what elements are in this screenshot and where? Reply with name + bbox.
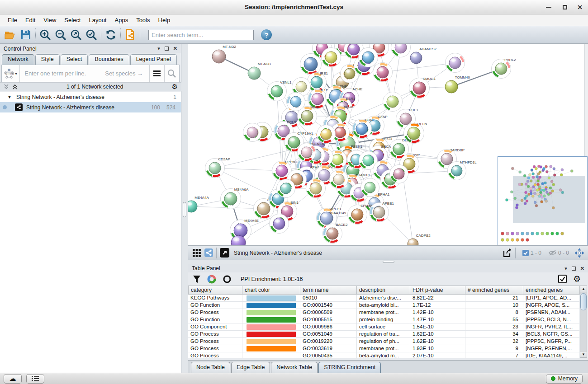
column-header[interactable]: description (357, 286, 410, 295)
string-search-button[interactable] (164, 65, 179, 82)
network-node[interactable]: BDNF (352, 118, 375, 139)
search-input[interactable] (148, 30, 254, 40)
network-node[interactable]: MS4A4A (188, 196, 209, 212)
enrichment-row[interactable]: GO FunctionGO:0005515protein binding1.47… (188, 316, 580, 323)
menu-item-view[interactable]: View (39, 14, 60, 26)
tab-edge-table[interactable]: Edge Table (231, 362, 270, 373)
birds-eye-view[interactable] (498, 156, 588, 245)
string-options-menu-button[interactable] (149, 65, 164, 82)
network-node[interactable] (330, 170, 348, 189)
network-node[interactable] (270, 214, 289, 234)
network-node[interactable] (287, 93, 305, 111)
refresh-icon[interactable] (103, 27, 119, 42)
column-header[interactable]: term name (300, 286, 357, 295)
navigator-compass-icon[interactable] (574, 248, 584, 258)
menu-item-edit[interactable]: Edit (21, 14, 39, 26)
menu-item-help[interactable]: Help (154, 14, 175, 26)
import-network-icon[interactable] (123, 27, 138, 42)
tab-network-table[interactable]: Network Table (271, 362, 318, 373)
tab-string-enrichment[interactable]: STRING Enrichment (318, 362, 381, 373)
open-session-button[interactable] (3, 27, 18, 42)
panel-close-icon[interactable]: ✕ (580, 266, 584, 272)
column-header[interactable]: category (188, 286, 242, 295)
column-header[interactable]: # enriched genes (465, 286, 523, 295)
table-scrollbar[interactable]: ▲ ▼ (580, 286, 587, 358)
network-node[interactable]: ADAMTS2 (410, 47, 436, 64)
network-node[interactable] (446, 53, 465, 73)
enrichment-row[interactable]: GO ProcessGO:0006509membrane prot...1.42… (188, 309, 580, 316)
memory-button[interactable]: Memory (546, 374, 583, 384)
open-in-new-icon[interactable] (220, 248, 229, 258)
select-all-checkbox-icon[interactable] (558, 275, 567, 283)
network-node[interactable] (361, 178, 379, 197)
scrollbar-thumb[interactable] (580, 293, 587, 310)
grid-view-icon[interactable] (193, 249, 201, 257)
enrichment-row[interactable]: GO FunctionGO:0001540beta-amyloid bi...1… (188, 302, 580, 309)
panel-close-icon[interactable]: ✕ (173, 46, 177, 52)
ring-chart-icon[interactable] (223, 275, 232, 284)
zoom-out-icon[interactable] (53, 27, 68, 42)
splitter-handle[interactable] (383, 261, 394, 263)
column-header[interactable]: enriched genes (523, 286, 580, 295)
column-header[interactable]: chart color (242, 286, 300, 295)
network-node[interactable] (322, 48, 341, 67)
zoom-in-icon[interactable] (38, 27, 53, 42)
panel-float-icon[interactable] (165, 47, 169, 51)
scroll-up-icon[interactable]: ▲ (580, 286, 587, 292)
cloud-button[interactable]: ☁ (4, 374, 22, 384)
enrichment-row[interactable]: GO ProcessGO:0050435beta-amyloid m...2.0… (188, 352, 580, 358)
tab-select[interactable]: Select (61, 54, 88, 65)
panel-menu-icon[interactable]: ▾ (564, 266, 567, 272)
table-settings-gear-icon[interactable]: ⚙ (573, 274, 581, 284)
enrichment-row[interactable]: GO ProcessGO:0033619membrane prot...1.93… (188, 345, 580, 352)
network-node[interactable] (277, 179, 295, 198)
maximize-button[interactable] (557, 0, 573, 14)
network-node[interactable] (383, 92, 403, 112)
network-node[interactable]: APBB1 (370, 201, 394, 222)
tab-legend-panel[interactable]: Legend Panel (130, 54, 177, 65)
network-collection-row[interactable]: ▼ String Network - Alzheimer's disease 1 (0, 92, 181, 102)
network-node[interactable] (391, 44, 411, 57)
menu-item-select[interactable]: Select (60, 14, 85, 26)
network-node[interactable]: CADPS2 (408, 234, 431, 245)
vertical-splitter[interactable] (181, 44, 188, 373)
tab-boundaries[interactable]: Boundaries (89, 54, 129, 65)
share-network-icon[interactable] (204, 248, 213, 257)
enrichment-row[interactable]: GO ProcessGO:0019220regulation of ph...1… (188, 338, 580, 345)
expand-all-icon[interactable] (12, 84, 18, 89)
network-node[interactable] (317, 125, 336, 144)
network-row[interactable]: String Network - Alzheimer's disease 100… (0, 102, 181, 112)
tab-node-table[interactable]: Node Table (191, 362, 230, 373)
panel-menu-icon[interactable]: ▾ (157, 46, 160, 52)
menu-item-file[interactable]: File (4, 14, 21, 26)
minimize-button[interactable] (541, 0, 557, 14)
zoom-fit-icon[interactable] (68, 27, 84, 42)
splitter-handle[interactable] (183, 202, 186, 217)
menu-item-apps[interactable]: Apps (111, 14, 133, 26)
set-species-label[interactable]: Set species → (105, 70, 149, 77)
collapse-all-icon[interactable] (4, 84, 9, 89)
task-history-button[interactable] (26, 374, 44, 384)
help-icon[interactable]: ? (261, 29, 272, 40)
network-node[interactable]: BACE2 (323, 223, 348, 244)
network-node[interactable] (243, 123, 262, 142)
network-node[interactable]: MT-ND1 (248, 62, 271, 80)
network-node[interactable]: CD2AP (205, 157, 230, 178)
tab-style[interactable]: Style (35, 54, 60, 65)
filter-icon[interactable] (193, 275, 201, 283)
tab-network[interactable]: Network (2, 54, 34, 65)
enrichment-row[interactable]: GO ComponentGO:0009986cell surface1.54E-… (188, 323, 580, 331)
network-node[interactable]: MTHFD1L (448, 160, 477, 180)
network-node[interactable] (359, 48, 378, 67)
menu-item-layout[interactable]: Layout (85, 14, 110, 26)
string-query-input[interactable] (20, 70, 105, 77)
close-button[interactable]: ✕ (572, 0, 588, 14)
string-source-selector[interactable]: STRING ▾ (2, 65, 20, 82)
horizontal-splitter[interactable] (188, 260, 588, 264)
network-node[interactable] (306, 179, 326, 198)
network-options-gear-icon[interactable]: ⚙ (172, 83, 178, 91)
minimap-viewport[interactable] (513, 176, 585, 223)
network-node[interactable]: MS4A6A (221, 187, 249, 209)
network-node[interactable]: EPHA5 (348, 204, 373, 225)
network-node[interactable]: MT-ND2 (212, 45, 237, 63)
